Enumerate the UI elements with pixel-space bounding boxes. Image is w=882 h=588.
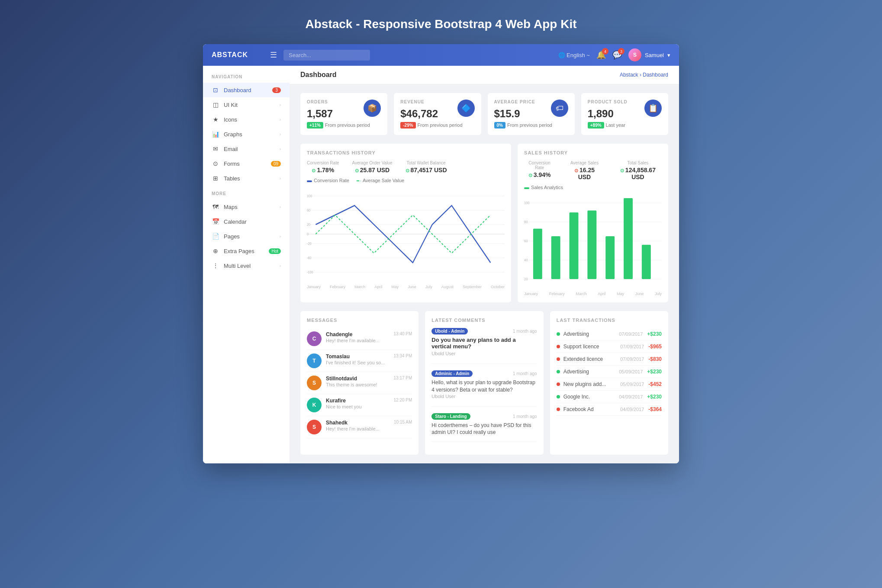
svg-text:100: 100: [524, 200, 530, 205]
sidebar-item-ui-kit[interactable]: ◫ UI Kit ›: [203, 97, 290, 112]
comment-text: Hi coderthemes – do you have PSD for thi…: [431, 422, 537, 437]
chevron-right-icon: ›: [280, 205, 281, 209]
transactions-x-labels: JanuaryFebruaryMarchApril MayJuneJulyAug…: [307, 285, 505, 289]
msg-content: Stillnotdavid This theme is awesome!: [326, 376, 389, 390]
comment-badge: Adminic - Admin: [431, 370, 473, 377]
breadcrumb-current: Dashboard: [643, 72, 668, 78]
notifications-button[interactable]: 🔔 4: [596, 50, 606, 60]
sidebar-item-pages[interactable]: 📄 Pages ›: [203, 229, 290, 244]
svg-text:0: 0: [307, 231, 309, 236]
sidebar-label-pages: Pages: [224, 233, 240, 240]
sidebar-item-tables[interactable]: ⊞ Tables ›: [203, 171, 290, 186]
tx-dot-red: [557, 357, 560, 361]
sidebar-item-icons[interactable]: ★ Icons ›: [203, 112, 290, 127]
sales-chart-title: SALES HISTORY: [524, 150, 662, 155]
tx-date: 05/09/2017: [619, 369, 643, 374]
comment-item: Ubold - Admin 1 month ago Do you have an…: [431, 328, 537, 364]
user-name-label: Samuel: [645, 52, 664, 58]
nav-right: 🌐 English ~ 🔔 4 💬 3 S Samuel ▾: [558, 48, 670, 61]
sidebar-item-maps[interactable]: 🗺 Maps ›: [203, 199, 290, 214]
sidebar-item-dashboard[interactable]: ⊡ Dashboard 3: [203, 83, 290, 97]
tx-dot-red: [557, 408, 560, 411]
tx-date: 07/09/2017: [619, 331, 643, 337]
msg-content: Chadengle Hey! there I'm available...: [326, 331, 389, 346]
tx-date: 04/09/2017: [620, 407, 644, 412]
hamburger-icon[interactable]: ☰: [270, 50, 277, 60]
language-selector[interactable]: 🌐 English ~: [558, 52, 590, 58]
sidebar-item-multi-level[interactable]: ⋮ Multi Level ›: [203, 258, 290, 273]
product-sold-icon: 📋: [644, 100, 662, 117]
user-menu-button[interactable]: S Samuel ▾: [628, 48, 670, 61]
sidebar-label-extra-pages: Extra Pages: [224, 248, 254, 254]
tx-date: 07/09/2017: [620, 344, 644, 349]
avg-order-value: ⊙25.87 USD: [352, 167, 392, 174]
comment-item: Adminic - Admin 1 month ago Hello, what …: [431, 370, 537, 407]
tx-name: Advertising: [563, 369, 619, 375]
avg-sales-label: Average Sales: [568, 161, 601, 165]
sidebar-item-extra-pages[interactable]: ⊕ Extra Pages Hot: [203, 244, 290, 258]
sidebar-item-calendar[interactable]: 📅 Calendar: [203, 214, 290, 229]
sidebar: Navigation ⊡ Dashboard 3 ◫ UI Kit › ★ Ic…: [203, 66, 290, 463]
sidebar-label-calendar: Calendar: [224, 218, 247, 225]
table-row: Facebook Ad 04/09/2017 -$364: [557, 403, 662, 416]
sales-conv-label: Conversion Rate: [524, 161, 555, 170]
chevron-right-icon: ›: [280, 234, 281, 239]
tx-amount: -$364: [648, 406, 662, 412]
table-row: Support licence 07/09/2017 -$965: [557, 341, 662, 353]
comment-user: Ubold User: [431, 394, 537, 399]
messages-panel: MESSAGES C Chadengle Hey! there I'm avai…: [300, 311, 418, 455]
table-row: Google Inc. 04/09/2017 +$230: [557, 391, 662, 403]
sales-conv-value: ⊙3.94%: [524, 171, 555, 178]
sidebar-item-forms[interactable]: ⊙ Forms 09: [203, 156, 290, 171]
svg-rect-30: [642, 245, 651, 279]
msg-time: 13:40 PM: [394, 331, 412, 346]
list-item[interactable]: T Tomaslau I've finished it! See you so.…: [307, 350, 412, 372]
main-content: Dashboard Abstack › Dashboard ORDERS 1,5…: [290, 66, 679, 463]
comment-badge: Staro - Landing: [431, 413, 470, 420]
list-item[interactable]: S Stillnotdavid This theme is awesome! 1…: [307, 372, 412, 394]
comment-question: Do you have any plans to add a vertical …: [431, 337, 537, 350]
forms-icon: ⊙: [212, 160, 219, 167]
bottom-row: MESSAGES C Chadengle Hey! there I'm avai…: [300, 311, 668, 455]
tx-date: 04/09/2017: [619, 394, 643, 399]
sidebar-item-graphs[interactable]: 📊 Graphs ›: [203, 127, 290, 141]
messages-button[interactable]: 💬 3: [612, 50, 622, 60]
forms-badge: 09: [271, 161, 281, 167]
tx-dot-green: [557, 395, 560, 398]
tx-name: Support licence: [563, 344, 621, 350]
total-sales-stat: Total Sales ⊙124,858.67 USD: [614, 161, 662, 180]
comment-time: 1 month ago: [513, 371, 537, 376]
transactions-stats-row: Conversion Rate ⊙1.78% Average Order Val…: [307, 161, 505, 174]
comments-panel: LATEST COMMENTS Ubold - Admin 1 month ag…: [425, 311, 543, 455]
msg-time: 12:20 PM: [394, 398, 412, 412]
tx-amount: +$230: [647, 394, 662, 400]
msg-time: 10:15 AM: [394, 420, 412, 434]
msg-time: 13:34 PM: [394, 353, 412, 368]
list-item[interactable]: S Shahedk Hey! there I'm available... 10…: [307, 416, 412, 438]
svg-text:100: 100: [307, 193, 312, 198]
messages-panel-title: MESSAGES: [307, 318, 412, 323]
messages-list: C Chadengle Hey! there I'm available... …: [307, 328, 412, 438]
sidebar-label-graphs: Graphs: [224, 131, 242, 138]
stat-card-revenue: REVENUE $46,782 -29%From previous period…: [394, 93, 481, 135]
avg-order-stat: Average Order Value ⊙25.87 USD: [352, 161, 392, 174]
dashboard-badge: 3: [272, 87, 281, 93]
table-row: Advertising 07/09/2017 +$230: [557, 328, 662, 341]
msg-name: Tomaslau: [326, 353, 389, 360]
avg-order-label: Average Order Value: [352, 161, 392, 165]
msg-content: Shahedk Hey! there I'm available...: [326, 420, 389, 434]
comment-header: Adminic - Admin 1 month ago: [431, 370, 537, 377]
sales-conv-stat: Conversion Rate ⊙3.94%: [524, 161, 555, 180]
brand-logo: ABSTACK: [212, 51, 264, 59]
sidebar-item-email[interactable]: ✉ Email ›: [203, 141, 290, 156]
total-sales-label: Total Sales: [614, 161, 662, 165]
sales-legend: Sales Analytics: [524, 185, 662, 190]
list-item[interactable]: C Chadengle Hey! there I'm available... …: [307, 328, 412, 350]
svg-text:60: 60: [524, 238, 528, 243]
svg-rect-29: [624, 198, 633, 279]
avatar: S: [628, 48, 641, 61]
list-item[interactable]: K Kurafire Nice to meet you 12:20 PM: [307, 394, 412, 416]
total-sales-value: ⊙124,858.67 USD: [614, 167, 662, 180]
comment-text: Hello, what is your plan to upgrade Boot…: [431, 379, 537, 394]
search-input[interactable]: [283, 50, 370, 61]
